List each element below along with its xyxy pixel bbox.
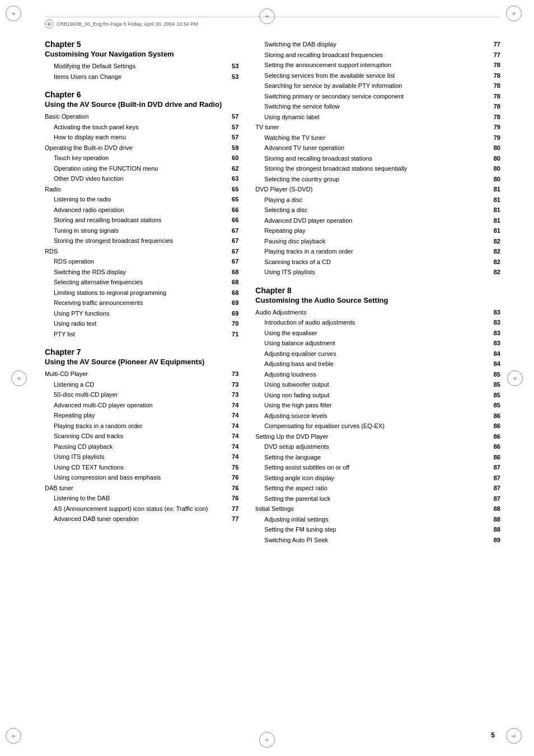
list-item: Advanced TV tuner operation80 [255, 143, 500, 153]
list-item: Introduction of audio adjustments83 [255, 318, 500, 327]
list-item: Using compression and bass emphasis76 [45, 473, 238, 482]
list-item: Modifying the Default Settings53 [45, 62, 238, 71]
list-item: Repeating play81 [255, 226, 500, 236]
list-item: Switching the DAB display77 [255, 40, 500, 49]
list-item: Basic Operation57 [45, 112, 238, 121]
list-item: TV tuner79 [255, 123, 500, 132]
list-item: Multi-CD Player73 [45, 369, 238, 379]
list-item: Setting the language86 [255, 453, 500, 462]
chapter7-section: Chapter 7 Using the AV Source (Pioneer A… [45, 348, 238, 524]
list-item: Setting the aspect ratio87 [255, 483, 500, 493]
side-mark-right [507, 370, 523, 386]
list-item: AS (Announcement support) icon status (e… [45, 504, 238, 514]
list-item: Operating the Built-in DVD drive59 [45, 143, 238, 153]
list-item: Setting assist subtitles on or off87 [255, 463, 500, 472]
list-item: Setting the announcement support interru… [255, 60, 500, 70]
list-item: Using subwoofer output85 [255, 380, 500, 389]
chapter8-title: Chapter 8 [255, 286, 500, 295]
list-item: Listening a CD73 [45, 380, 238, 389]
list-item: How to display each menu57 [45, 133, 238, 142]
list-item: Storing and recalling broadcast stations… [45, 215, 238, 225]
list-item: Adjusting initial settings88 [255, 515, 500, 524]
header-text: CRB1903B_00_Eng.fm Page 5 Friday, April … [57, 21, 198, 27]
header-circle: ⊕ [45, 20, 54, 29]
list-item: Storing and recalling broadcast stations… [255, 154, 500, 163]
corner-mark-br [506, 728, 528, 750]
corner-mark-tr [506, 6, 528, 28]
list-item: Using the equaliser83 [255, 328, 500, 338]
list-item: RDS operation67 [45, 257, 238, 266]
list-item: Playing tracks in a random order82 [255, 247, 500, 256]
list-item: Using ITS playlists82 [255, 267, 500, 277]
chapter6-subtitle: Using the AV Source (Built-in DVD drive … [45, 100, 238, 109]
left-column: Chapter 5 Customising Your Navigation Sy… [45, 40, 250, 546]
list-item: Activating the touch panel keys57 [45, 123, 238, 132]
chapter6-title: Chapter 6 [45, 90, 238, 99]
list-item: Searching for service by available PTY i… [255, 81, 500, 91]
content-area: Chapter 5 Customising Your Navigation Sy… [45, 40, 500, 546]
chapter7-right-section: Switching the DAB display77 Storing and … [255, 40, 500, 277]
chapter6-section: Chapter 6 Using the AV Source (Built-in … [45, 90, 238, 339]
list-item: Receiving traffic announcements69 [45, 298, 238, 308]
list-item: Listening to the DAB76 [45, 494, 238, 503]
chapter5-section: Chapter 5 Customising Your Navigation Sy… [45, 40, 238, 81]
list-item: PTY list71 [45, 330, 238, 339]
list-item: Using radio text70 [45, 319, 238, 328]
list-item: 50-disc multi-CD player73 [45, 390, 238, 400]
list-item: Scanning tracks of a CD82 [255, 257, 500, 267]
list-item: Advanced DVD player operation81 [255, 216, 500, 226]
bottom-center-mark [259, 732, 275, 748]
list-item: Advanced radio operation66 [45, 205, 238, 215]
list-item: Adjusting bass and treble84 [255, 359, 500, 369]
list-item: Using CD TEXT functions75 [45, 463, 238, 472]
chapter7-subtitle: Using the AV Source (Pioneer AV Equipmen… [45, 358, 238, 366]
chapter7-title: Chapter 7 [45, 348, 238, 356]
list-item: Storing the strongest broadcast frequenc… [45, 236, 238, 246]
list-item: Playing tracks in a random order74 [45, 421, 238, 431]
list-item: Switching the service follow78 [255, 102, 500, 111]
list-item: Listening to the radio65 [45, 195, 238, 204]
list-item: Switching primary or secondary service c… [255, 92, 500, 101]
list-item: Watching the TV tuner79 [255, 133, 500, 143]
corner-mark-bl [6, 728, 28, 750]
list-item: Using the high pass filter85 [255, 401, 500, 410]
list-item: Limiting stations to regional programmin… [45, 288, 238, 298]
list-item: Advanced multi-CD player operation74 [45, 401, 238, 410]
list-item: Switching Auto PI Seek89 [255, 536, 500, 545]
list-item: Setting angle icon display87 [255, 473, 500, 483]
corner-mark-tl [6, 6, 28, 28]
list-item: Playing a disc81 [255, 195, 500, 205]
list-item: Storing the strongest broadcast stations… [255, 164, 500, 173]
list-item: Compensating for equaliser curves (EQ-EX… [255, 421, 500, 431]
list-item: Scanning CDs and tracks74 [45, 431, 238, 441]
page-container: ⊕ CRB1903B_00_Eng.fm Page 5 Friday, Apri… [0, 0, 534, 756]
list-item: Using dynamic label78 [255, 112, 500, 122]
side-mark-left [11, 370, 27, 386]
list-item: Repeating play74 [45, 411, 238, 420]
list-item: DVD setup adjustments86 [255, 442, 500, 452]
list-item: DAB tuner76 [45, 483, 238, 493]
list-item: Using balance adjustment83 [255, 339, 500, 348]
list-item: Radio65 [45, 185, 238, 194]
list-item: Touch key operation60 [45, 153, 238, 163]
chapter5-subtitle: Customising Your Navigation System [45, 50, 238, 58]
list-item: Using non fading output85 [255, 391, 500, 400]
list-item: Adjusting source levels86 [255, 411, 500, 421]
chapter5-title: Chapter 5 [45, 40, 238, 49]
list-item: Setting Up the DVD Player86 [255, 432, 500, 442]
list-item: Adjusting loudness85 [255, 370, 500, 379]
list-item: Operation using the FUNCTION menu62 [45, 164, 238, 173]
chapter8-subtitle: Customising the Audio Source Setting [255, 296, 500, 304]
list-item: Using ITS playlists74 [45, 452, 238, 462]
list-item: RDS67 [45, 247, 238, 256]
list-item: Selecting services from the available se… [255, 71, 500, 81]
list-item: Adjusting equaliser curves84 [255, 349, 500, 359]
list-item: Selecting a disc81 [255, 205, 500, 215]
list-item: Storing and recalling broadcast frequenc… [255, 50, 500, 60]
chapter8-section: Chapter 8 Customising the Audio Source S… [255, 286, 500, 545]
list-item: Selecting alternative frequencies68 [45, 278, 238, 287]
list-item: Audio Adjustments83 [255, 308, 500, 317]
page-number: 5 [491, 731, 495, 739]
list-item: Initial Settings88 [255, 504, 500, 514]
list-item: Switching the RDS display68 [45, 267, 238, 277]
